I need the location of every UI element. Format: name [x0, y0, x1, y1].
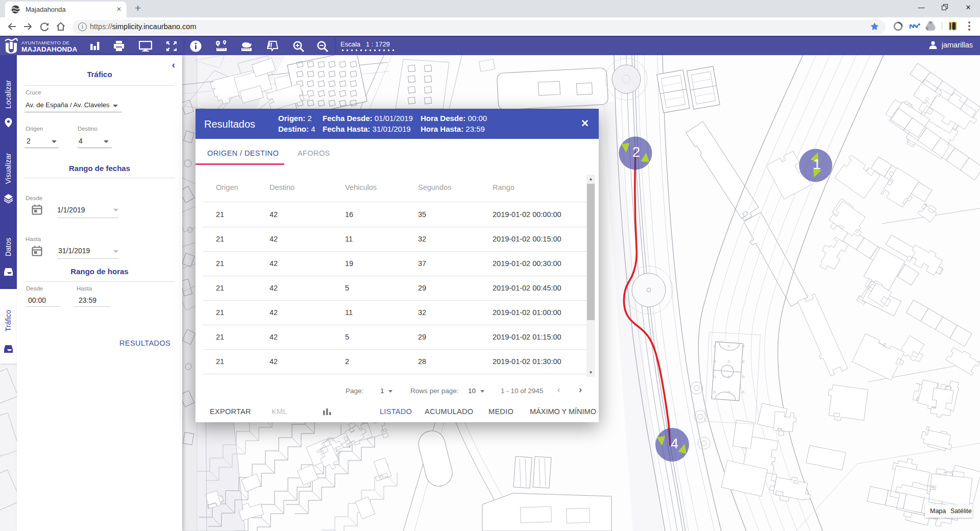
svg-text:2: 2	[632, 144, 640, 160]
svg-text:Localizar: Localizar	[4, 80, 12, 109]
svg-text:Visualizar: Visualizar	[4, 153, 12, 184]
svg-text:1: 1	[813, 157, 821, 172]
svg-text:Tráfico: Tráfico	[4, 310, 12, 331]
svg-text:4: 4	[671, 436, 678, 451]
svg-text:Datos: Datos	[4, 238, 12, 257]
